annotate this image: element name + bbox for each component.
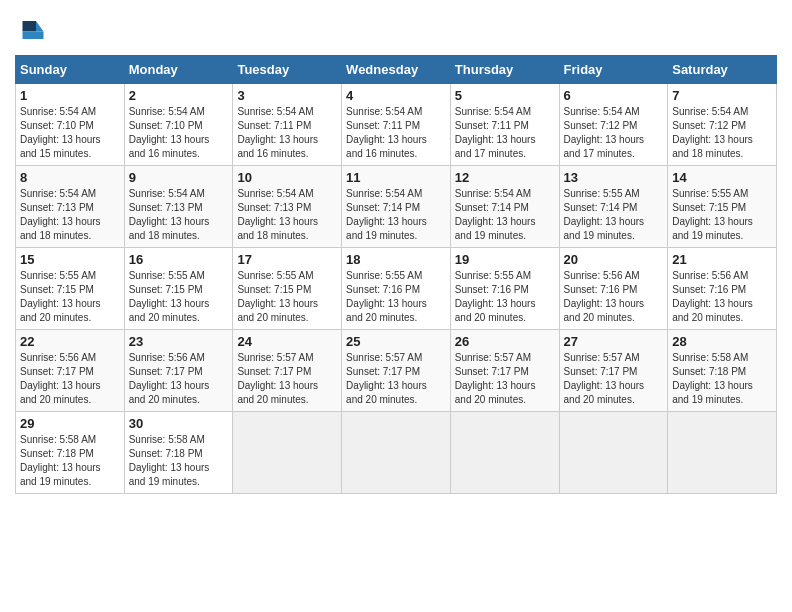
day-cell: 2Sunrise: 5:54 AM Sunset: 7:10 PM Daylig… (124, 84, 233, 166)
day-cell: 22Sunrise: 5:56 AM Sunset: 7:17 PM Dayli… (16, 330, 125, 412)
day-number: 1 (20, 88, 120, 103)
header (15, 15, 777, 45)
day-number: 15 (20, 252, 120, 267)
day-cell: 16Sunrise: 5:55 AM Sunset: 7:15 PM Dayli… (124, 248, 233, 330)
day-cell: 5Sunrise: 5:54 AM Sunset: 7:11 PM Daylig… (450, 84, 559, 166)
day-number: 20 (564, 252, 664, 267)
day-info: Sunrise: 5:55 AM Sunset: 7:15 PM Dayligh… (20, 269, 120, 325)
day-cell: 19Sunrise: 5:55 AM Sunset: 7:16 PM Dayli… (450, 248, 559, 330)
header-row: SundayMondayTuesdayWednesdayThursdayFrid… (16, 56, 777, 84)
day-number: 26 (455, 334, 555, 349)
day-cell: 23Sunrise: 5:56 AM Sunset: 7:17 PM Dayli… (124, 330, 233, 412)
day-number: 17 (237, 252, 337, 267)
svg-rect-1 (23, 21, 37, 32)
day-cell: 8Sunrise: 5:54 AM Sunset: 7:13 PM Daylig… (16, 166, 125, 248)
day-number: 14 (672, 170, 772, 185)
day-info: Sunrise: 5:54 AM Sunset: 7:11 PM Dayligh… (455, 105, 555, 161)
header-cell-monday: Monday (124, 56, 233, 84)
day-number: 4 (346, 88, 446, 103)
day-number: 29 (20, 416, 120, 431)
day-cell: 25Sunrise: 5:57 AM Sunset: 7:17 PM Dayli… (342, 330, 451, 412)
header-cell-thursday: Thursday (450, 56, 559, 84)
day-number: 22 (20, 334, 120, 349)
day-cell: 4Sunrise: 5:54 AM Sunset: 7:11 PM Daylig… (342, 84, 451, 166)
day-info: Sunrise: 5:55 AM Sunset: 7:15 PM Dayligh… (672, 187, 772, 243)
day-number: 11 (346, 170, 446, 185)
day-info: Sunrise: 5:56 AM Sunset: 7:17 PM Dayligh… (129, 351, 229, 407)
day-number: 24 (237, 334, 337, 349)
day-info: Sunrise: 5:54 AM Sunset: 7:11 PM Dayligh… (346, 105, 446, 161)
day-cell (233, 412, 342, 494)
day-cell: 29Sunrise: 5:58 AM Sunset: 7:18 PM Dayli… (16, 412, 125, 494)
week-row-1: 1Sunrise: 5:54 AM Sunset: 7:10 PM Daylig… (16, 84, 777, 166)
day-info: Sunrise: 5:55 AM Sunset: 7:16 PM Dayligh… (455, 269, 555, 325)
day-number: 2 (129, 88, 229, 103)
day-cell: 12Sunrise: 5:54 AM Sunset: 7:14 PM Dayli… (450, 166, 559, 248)
day-number: 27 (564, 334, 664, 349)
day-info: Sunrise: 5:54 AM Sunset: 7:13 PM Dayligh… (129, 187, 229, 243)
day-info: Sunrise: 5:58 AM Sunset: 7:18 PM Dayligh… (672, 351, 772, 407)
day-number: 28 (672, 334, 772, 349)
day-cell: 30Sunrise: 5:58 AM Sunset: 7:18 PM Dayli… (124, 412, 233, 494)
day-number: 12 (455, 170, 555, 185)
day-number: 6 (564, 88, 664, 103)
day-info: Sunrise: 5:57 AM Sunset: 7:17 PM Dayligh… (455, 351, 555, 407)
day-info: Sunrise: 5:54 AM Sunset: 7:10 PM Dayligh… (20, 105, 120, 161)
day-cell: 18Sunrise: 5:55 AM Sunset: 7:16 PM Dayli… (342, 248, 451, 330)
day-number: 8 (20, 170, 120, 185)
day-number: 7 (672, 88, 772, 103)
day-info: Sunrise: 5:57 AM Sunset: 7:17 PM Dayligh… (346, 351, 446, 407)
day-cell: 6Sunrise: 5:54 AM Sunset: 7:12 PM Daylig… (559, 84, 668, 166)
day-cell: 1Sunrise: 5:54 AM Sunset: 7:10 PM Daylig… (16, 84, 125, 166)
day-cell: 26Sunrise: 5:57 AM Sunset: 7:17 PM Dayli… (450, 330, 559, 412)
day-number: 3 (237, 88, 337, 103)
day-cell (342, 412, 451, 494)
week-row-4: 22Sunrise: 5:56 AM Sunset: 7:17 PM Dayli… (16, 330, 777, 412)
day-cell: 20Sunrise: 5:56 AM Sunset: 7:16 PM Dayli… (559, 248, 668, 330)
day-cell: 7Sunrise: 5:54 AM Sunset: 7:12 PM Daylig… (668, 84, 777, 166)
day-info: Sunrise: 5:58 AM Sunset: 7:18 PM Dayligh… (20, 433, 120, 489)
week-row-2: 8Sunrise: 5:54 AM Sunset: 7:13 PM Daylig… (16, 166, 777, 248)
header-cell-friday: Friday (559, 56, 668, 84)
day-info: Sunrise: 5:54 AM Sunset: 7:14 PM Dayligh… (346, 187, 446, 243)
header-cell-saturday: Saturday (668, 56, 777, 84)
logo-icon (15, 15, 45, 45)
day-cell: 14Sunrise: 5:55 AM Sunset: 7:15 PM Dayli… (668, 166, 777, 248)
day-cell: 28Sunrise: 5:58 AM Sunset: 7:18 PM Dayli… (668, 330, 777, 412)
header-cell-sunday: Sunday (16, 56, 125, 84)
day-cell (559, 412, 668, 494)
svg-rect-2 (23, 32, 44, 40)
day-cell: 24Sunrise: 5:57 AM Sunset: 7:17 PM Dayli… (233, 330, 342, 412)
day-info: Sunrise: 5:54 AM Sunset: 7:14 PM Dayligh… (455, 187, 555, 243)
day-info: Sunrise: 5:54 AM Sunset: 7:13 PM Dayligh… (237, 187, 337, 243)
day-info: Sunrise: 5:56 AM Sunset: 7:16 PM Dayligh… (672, 269, 772, 325)
day-number: 13 (564, 170, 664, 185)
week-row-3: 15Sunrise: 5:55 AM Sunset: 7:15 PM Dayli… (16, 248, 777, 330)
day-info: Sunrise: 5:54 AM Sunset: 7:12 PM Dayligh… (564, 105, 664, 161)
day-cell: 17Sunrise: 5:55 AM Sunset: 7:15 PM Dayli… (233, 248, 342, 330)
day-cell (668, 412, 777, 494)
day-cell: 10Sunrise: 5:54 AM Sunset: 7:13 PM Dayli… (233, 166, 342, 248)
day-cell: 3Sunrise: 5:54 AM Sunset: 7:11 PM Daylig… (233, 84, 342, 166)
logo (15, 15, 49, 45)
day-number: 5 (455, 88, 555, 103)
day-info: Sunrise: 5:55 AM Sunset: 7:15 PM Dayligh… (237, 269, 337, 325)
day-cell (450, 412, 559, 494)
day-info: Sunrise: 5:54 AM Sunset: 7:11 PM Dayligh… (237, 105, 337, 161)
day-info: Sunrise: 5:58 AM Sunset: 7:18 PM Dayligh… (129, 433, 229, 489)
day-info: Sunrise: 5:57 AM Sunset: 7:17 PM Dayligh… (237, 351, 337, 407)
day-number: 19 (455, 252, 555, 267)
day-cell: 15Sunrise: 5:55 AM Sunset: 7:15 PM Dayli… (16, 248, 125, 330)
day-number: 16 (129, 252, 229, 267)
header-cell-tuesday: Tuesday (233, 56, 342, 84)
day-info: Sunrise: 5:56 AM Sunset: 7:16 PM Dayligh… (564, 269, 664, 325)
day-number: 25 (346, 334, 446, 349)
day-cell: 11Sunrise: 5:54 AM Sunset: 7:14 PM Dayli… (342, 166, 451, 248)
day-info: Sunrise: 5:55 AM Sunset: 7:16 PM Dayligh… (346, 269, 446, 325)
day-cell: 13Sunrise: 5:55 AM Sunset: 7:14 PM Dayli… (559, 166, 668, 248)
day-info: Sunrise: 5:54 AM Sunset: 7:10 PM Dayligh… (129, 105, 229, 161)
day-info: Sunrise: 5:54 AM Sunset: 7:13 PM Dayligh… (20, 187, 120, 243)
day-info: Sunrise: 5:55 AM Sunset: 7:14 PM Dayligh… (564, 187, 664, 243)
day-info: Sunrise: 5:57 AM Sunset: 7:17 PM Dayligh… (564, 351, 664, 407)
day-number: 18 (346, 252, 446, 267)
